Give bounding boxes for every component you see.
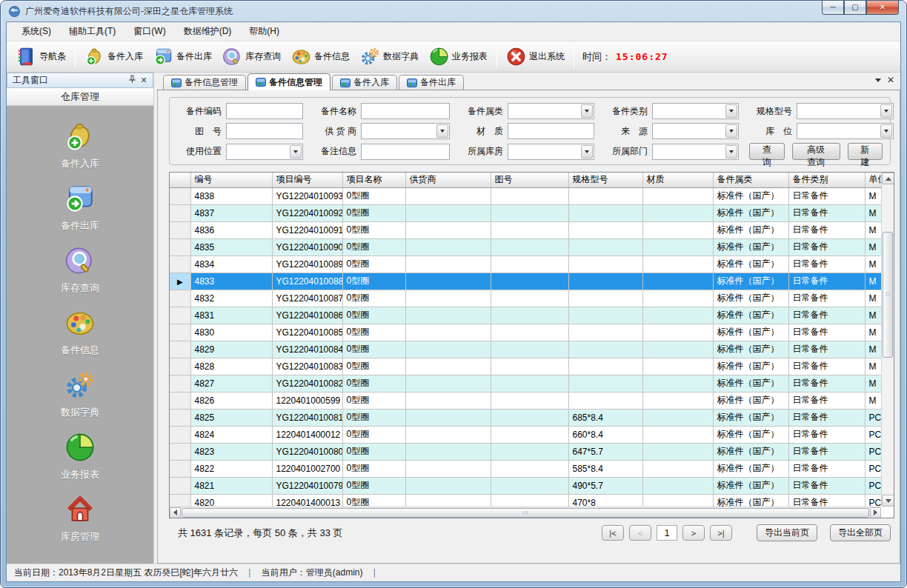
toolbar-button-navigator[interactable]: 导航条 (11, 44, 71, 70)
sidebar-item-data-dict[interactable]: 数据字典 (61, 370, 99, 419)
field-select-0-2[interactable] (508, 103, 594, 119)
field-select-2-2[interactable] (508, 144, 594, 160)
minimize-button[interactable]: ─ (822, 1, 844, 15)
field-select-0-3[interactable] (652, 103, 739, 119)
chevron-down-icon[interactable] (880, 104, 892, 118)
table-row-4836[interactable]: 4836YG122040100910型圈标准件（国产）日常备件M (170, 221, 881, 238)
table-row-4825[interactable]: 4825YG122040100810型圈685*8.4标准件（国产）日常备件PC (170, 409, 881, 426)
field-select-0-4[interactable] (797, 103, 894, 119)
chevron-down-icon[interactable] (436, 124, 448, 138)
field-select-1-3[interactable] (652, 123, 739, 139)
page-number-input[interactable] (657, 525, 677, 541)
field-input-1-2[interactable] (508, 123, 594, 139)
sidebar-item-parts-info[interactable]: 备件信息 (61, 307, 99, 357)
pin-icon[interactable] (126, 75, 138, 86)
sidebar-item-stock-query[interactable]: 库存查询 (61, 245, 99, 295)
chevron-down-icon[interactable] (725, 124, 737, 138)
sidebar-item-home[interactable]: 库房管理 (61, 494, 99, 544)
table-row-4823[interactable]: 4823YG122040100800型圈647*5.7标准件（国产）日常备件PC (170, 443, 881, 460)
advanced-query-button[interactable]: 高级查询 (792, 143, 840, 160)
menu-item-2[interactable]: 窗口(W) (124, 22, 174, 41)
export-current-page-button[interactable]: 导出当前页 (757, 524, 817, 541)
export-all-pages-button[interactable]: 导出全部页 (830, 524, 891, 541)
table-row-4821[interactable]: 4821YG122040100790型圈490*5.7标准件（国产）日常备件PC (170, 477, 881, 494)
field-input-0-0[interactable] (226, 103, 303, 119)
last-page-button[interactable]: >| (710, 525, 732, 541)
next-page-button[interactable]: > (682, 525, 705, 541)
column-header-9[interactable]: 单位 (865, 173, 881, 187)
field-select-1-1[interactable] (361, 123, 450, 139)
table-row-4838[interactable]: 4838YG122040100930型圈标准件（国产）日常备件M (170, 187, 881, 204)
toolbar-button-exit[interactable]: 退出系统 (501, 44, 570, 70)
table-row-4831[interactable]: 4831YG122040100860型圈标准件（国产）日常备件M (170, 307, 881, 324)
table-row-4829[interactable]: 4829YG122040100840型圈标准件（国产）日常备件M (170, 341, 881, 358)
menu-item-1[interactable]: 辅助工具(T) (60, 22, 124, 41)
column-header-4[interactable]: 图号 (491, 173, 568, 187)
sidebar-item-parts-out[interactable]: 备件出库 (61, 183, 99, 233)
query-button[interactable]: 查询 (749, 143, 785, 160)
tab-0[interactable]: 备件信息管理 (163, 75, 246, 90)
horizontal-scroll-thumb[interactable] (182, 508, 869, 518)
tab-1-active[interactable]: 备件信息管理 (247, 73, 330, 90)
table-row-4827[interactable]: 4827YG122040100820型圈标准件（国产）日常备件M (170, 375, 881, 392)
column-header-1[interactable]: 项目编号 (272, 173, 342, 187)
field-select-2-0[interactable] (226, 144, 303, 160)
column-header-8[interactable]: 备件类别 (788, 173, 865, 187)
field-input-1-0[interactable] (226, 123, 303, 139)
table-row-4830[interactable]: 4830YG122040100850型圈标准件（国产）日常备件M (170, 324, 881, 341)
chevron-down-icon[interactable] (581, 104, 593, 118)
tab-close-icon[interactable]: ✕ (887, 76, 894, 84)
table-row-4824[interactable]: 482412204014000120型圈660*8.4标准件（国产）日常备件PC (170, 426, 881, 443)
prev-page-button[interactable]: < (629, 525, 651, 541)
column-header-7[interactable]: 备件属类 (713, 173, 788, 187)
table-row-4834[interactable]: 4834YG122040100890型圈标准件（国产）日常备件M (170, 255, 881, 273)
chevron-down-icon[interactable] (725, 104, 737, 118)
sidebar-item-report[interactable]: 业务报表 (61, 432, 99, 481)
table-row-4835[interactable]: 4835YG122040100900型圈标准件（国产）日常备件M (170, 238, 881, 255)
first-page-button[interactable]: |< (602, 525, 624, 541)
new-button[interactable]: 新建 (848, 143, 883, 160)
column-header-3[interactable]: 供货商 (405, 173, 491, 187)
scroll-right-icon[interactable] (870, 507, 881, 518)
toolbar-button-parts-info[interactable]: 备件信息 (286, 44, 355, 70)
toolbar-button-parts-out[interactable]: 备件出库 (148, 44, 217, 70)
chevron-down-icon[interactable] (581, 145, 593, 158)
field-input-2-1[interactable] (361, 144, 450, 160)
maximize-button[interactable]: ▢ (844, 1, 866, 15)
tool-window-close-icon[interactable]: ✕ (138, 75, 150, 86)
field-select-2-3[interactable] (652, 144, 739, 160)
toolbar-button-stock-query[interactable]: 库存查询 (217, 44, 286, 70)
column-header-2[interactable]: 项目名称 (342, 173, 405, 187)
chevron-down-icon[interactable] (290, 145, 302, 158)
table-row-4828[interactable]: 4828YG122040100830型圈标准件（国产）日常备件M (170, 358, 881, 375)
scroll-left-icon[interactable] (170, 507, 181, 518)
table-row-4826[interactable]: 482612204010005990型圈标准件（国产）日常备件M (170, 392, 881, 409)
menu-item-0[interactable]: 系统(S) (13, 22, 60, 41)
horizontal-scrollbar[interactable] (170, 507, 881, 518)
column-header-6[interactable]: 材质 (642, 173, 713, 187)
field-select-1-4[interactable] (797, 123, 894, 139)
scroll-down-icon[interactable] (882, 495, 894, 507)
column-header-5[interactable]: 规格型号 (568, 173, 642, 187)
field-input-0-1[interactable] (361, 103, 450, 119)
column-header-0[interactable]: 编号 (190, 173, 272, 187)
tab-2[interactable]: 备件入库 (332, 75, 397, 90)
sidebar-item-parts-in[interactable]: 备件入库 (61, 121, 99, 170)
chevron-down-icon[interactable] (880, 124, 892, 138)
table-row-4832[interactable]: 4832YG122040100870型圈标准件（国产）日常备件M (170, 290, 881, 307)
sidebar-group-header[interactable]: 仓库管理 (7, 88, 153, 106)
menu-item-4[interactable]: 帮助(H) (240, 22, 288, 41)
table-row-4833[interactable]: ▶4833YG122040100880型圈标准件（国产）日常备件M (170, 273, 881, 290)
vertical-scrollbar[interactable] (881, 173, 894, 507)
table-row-4822[interactable]: 482212204010027000型圈585*8.4标准件（国产）日常备件PC (170, 460, 881, 477)
close-button[interactable]: ✕ (866, 1, 899, 15)
scroll-up-icon[interactable] (882, 173, 894, 184)
chevron-down-icon[interactable] (725, 145, 737, 158)
toolbar-button-parts-in[interactable]: 备件入库 (79, 44, 148, 70)
tab-list-dropdown-icon[interactable] (875, 78, 881, 82)
menu-item-3[interactable]: 数据维护(D) (175, 22, 241, 41)
vertical-scroll-thumb[interactable] (883, 232, 893, 358)
toolbar-button-report[interactable]: 业务报表 (424, 44, 493, 70)
toolbar-button-data-dict[interactable]: 数据字典 (355, 44, 424, 70)
tab-3[interactable]: 备件出库 (399, 75, 464, 90)
